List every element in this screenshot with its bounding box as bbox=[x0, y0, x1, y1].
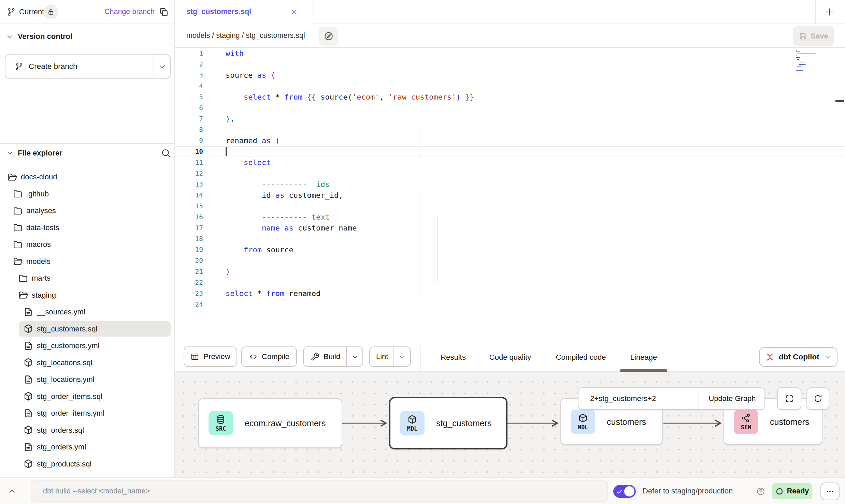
minimap[interactable] bbox=[796, 50, 823, 74]
lineage-node-ecom-raw-customers[interactable]: SRCecom.raw_customers bbox=[198, 398, 342, 448]
tree-file-stg-products-sql[interactable]: stg_products.sql bbox=[0, 456, 175, 473]
lineage-node-stg-customers[interactable]: MDLstg_customers bbox=[389, 397, 507, 449]
tree-file-stg-customers-sql[interactable]: stg_customers.sql bbox=[0, 321, 175, 338]
code-line-7: 7), bbox=[175, 114, 845, 124]
minimap-line bbox=[796, 55, 797, 56]
status-badge[interactable]: Ready bbox=[772, 483, 812, 499]
code-line-17: 17 name as customer_name bbox=[175, 223, 845, 234]
tree-folder-marts[interactable]: marts bbox=[0, 270, 175, 287]
chevron-down-icon bbox=[6, 149, 14, 157]
command-input[interactable] bbox=[31, 480, 608, 502]
build-button[interactable]: Build bbox=[303, 346, 363, 367]
minimap-line bbox=[796, 68, 796, 69]
tree-folder-docs-cloud[interactable]: docs-cloud bbox=[0, 168, 175, 186]
close-icon[interactable] bbox=[290, 8, 298, 16]
defer-toggle[interactable] bbox=[613, 485, 636, 498]
dbt-copilot-button[interactable]: dbt Copilot bbox=[759, 347, 837, 367]
search-icon[interactable] bbox=[161, 148, 171, 158]
share-icon bbox=[741, 413, 751, 423]
fullscreen-button[interactable] bbox=[777, 387, 801, 410]
file-explorer-title: File explorer bbox=[18, 146, 62, 161]
create-branch-button[interactable]: Create branch bbox=[5, 54, 171, 79]
tab-title: stg_customers.sql bbox=[186, 0, 251, 24]
file-name: staging bbox=[32, 287, 56, 304]
dbt-cloud-ide: Current Change branch Version control Cr… bbox=[0, 0, 845, 504]
tab-compiled-code[interactable]: Compiled code bbox=[546, 343, 616, 372]
node-type-label: SRC bbox=[216, 425, 226, 432]
line-number: 1 bbox=[175, 48, 203, 59]
lint-button[interactable]: Lint bbox=[369, 346, 411, 367]
chevron-down-icon bbox=[6, 33, 14, 40]
tree-file-stg-orders-sql[interactable]: stg_orders.sql bbox=[0, 422, 175, 439]
save-button[interactable]: Save bbox=[793, 26, 834, 46]
tree-folder-models[interactable]: models bbox=[0, 253, 175, 270]
tab-stg-customers-sql[interactable]: stg_customers.sql bbox=[175, 0, 313, 24]
tab-code-quality[interactable]: Code quality bbox=[479, 343, 541, 372]
code-line-18: 18 bbox=[175, 234, 845, 244]
version-control-header[interactable]: Version control bbox=[0, 29, 174, 44]
new-tab-button[interactable] bbox=[824, 7, 834, 17]
chevron-down-icon[interactable] bbox=[158, 62, 166, 71]
code-line-14: 14 id as customer_id, bbox=[175, 190, 845, 201]
scrollbar-thumb[interactable] bbox=[835, 100, 844, 102]
tree-file-stg-locations-yml[interactable]: stg_locations.yml bbox=[0, 371, 175, 388]
lineage-selector-input[interactable]: 2+stg_customers+2 bbox=[578, 388, 699, 409]
chevron-down-icon[interactable] bbox=[399, 353, 406, 361]
minimap-line bbox=[796, 70, 803, 71]
refresh-icon bbox=[813, 394, 823, 403]
line-number: 7 bbox=[175, 114, 203, 124]
line-number: 15 bbox=[175, 201, 203, 212]
file-tree: docs-cloud.githubanalysesdata-testsmacro… bbox=[0, 168, 175, 477]
copilot-edit-button[interactable] bbox=[319, 27, 338, 46]
preview-button[interactable]: Preview bbox=[184, 346, 237, 367]
save-label: Save bbox=[811, 32, 828, 41]
model-cube-icon bbox=[23, 391, 33, 401]
line-number: 14 bbox=[175, 190, 203, 201]
compile-label: Compile bbox=[262, 352, 289, 361]
dbt-copilot-label: dbt Copilot bbox=[779, 353, 819, 361]
tree-file-stg-customers-yml[interactable]: stg_customers.yml bbox=[0, 337, 175, 354]
compile-button[interactable]: Compile bbox=[241, 346, 297, 367]
copy-branch-icon[interactable] bbox=[159, 7, 169, 17]
lineage-panel[interactable]: SRCecom.raw_customersMDLstg_customersMDL… bbox=[175, 372, 845, 477]
table-icon bbox=[190, 352, 199, 361]
tree-file-stg-locations-sql[interactable]: stg_locations.sql bbox=[0, 354, 175, 371]
cube-icon bbox=[407, 414, 417, 425]
file-name: macros bbox=[26, 236, 51, 253]
tree-file--sources-yml[interactable]: __sources.yml bbox=[0, 303, 175, 321]
line-number: 12 bbox=[175, 168, 203, 179]
tree-folder-macros[interactable]: macros bbox=[0, 236, 175, 253]
tab-results[interactable]: Results bbox=[430, 343, 476, 372]
minimap-line bbox=[797, 54, 816, 54]
text-caret bbox=[226, 147, 227, 156]
check-icon bbox=[616, 488, 623, 495]
node-label: stg_customers bbox=[436, 418, 492, 428]
fullscreen-icon bbox=[785, 394, 794, 403]
tab-lineage[interactable]: Lineage bbox=[620, 343, 667, 372]
file-explorer-header[interactable]: File explorer bbox=[0, 146, 174, 161]
code-line-19: 19 from source bbox=[175, 244, 845, 255]
chevron-up-icon[interactable] bbox=[8, 487, 16, 495]
divider bbox=[0, 143, 175, 144]
refresh-button[interactable] bbox=[806, 387, 829, 410]
minimap-line bbox=[797, 59, 799, 60]
line-number: 24 bbox=[175, 299, 203, 310]
chevron-down-icon[interactable] bbox=[351, 353, 359, 361]
change-branch-link[interactable]: Change branch bbox=[104, 0, 155, 24]
tree-file-stg-orders-yml[interactable]: stg_orders.yml bbox=[0, 439, 175, 456]
tree-folder-data-tests[interactable]: data-tests bbox=[0, 219, 175, 236]
tree-folder--github[interactable]: .github bbox=[0, 186, 175, 203]
wrench-icon bbox=[311, 352, 319, 361]
help-icon[interactable] bbox=[756, 487, 765, 496]
tree-file-stg-order-items-sql[interactable]: stg_order_items.sql bbox=[0, 388, 175, 405]
update-graph-button[interactable]: Update Graph bbox=[699, 388, 765, 409]
file-doc-icon bbox=[23, 408, 33, 418]
tree-file-stg-order-items-yml[interactable]: stg_order_items.yml bbox=[0, 405, 175, 422]
minimap-line bbox=[797, 66, 801, 67]
more-options-button[interactable] bbox=[820, 483, 840, 500]
minimap-line bbox=[796, 50, 797, 50]
code-editor[interactable]: 1with23source as (45 select * from {{ so… bbox=[175, 48, 845, 343]
code-line-2: 2 bbox=[175, 59, 845, 70]
tree-folder-staging[interactable]: staging bbox=[0, 287, 175, 304]
tree-folder-analyses[interactable]: analyses bbox=[0, 202, 175, 219]
